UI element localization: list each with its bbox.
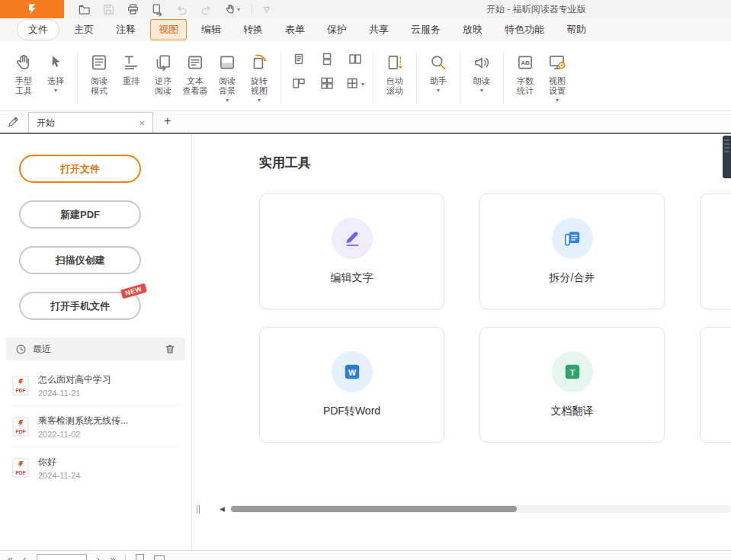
tab-home[interactable]: 主页 [66, 20, 101, 40]
tab-help[interactable]: 帮助 [559, 20, 594, 40]
app-logo[interactable] [0, 0, 64, 18]
ribbon-tool-word-count[interactable]: AB 字数 统计 [509, 49, 541, 96]
recent-file-item[interactable]: PDF 怎么面对高中学习 2024-11-21 [12, 365, 179, 406]
last-page-button[interactable]: » [110, 554, 115, 560]
open-file-button[interactable]: 打开文件 [19, 155, 141, 183]
scrollbar-thumb[interactable] [231, 506, 517, 512]
scroll-left-arrow[interactable]: ◀ [220, 505, 225, 513]
view-settings-gear-icon [547, 49, 567, 76]
open-mobile-file-button[interactable]: 打开手机文件 NEW [19, 292, 141, 320]
svg-text:PDF: PDF [16, 428, 26, 434]
tab-file[interactable]: 文件 [17, 19, 59, 40]
titlebar: ▾ ▽ 开始 - 福昕阅读器专业版 [0, 0, 731, 18]
word-document-icon: W [342, 362, 362, 382]
start-sidebar: 打开文件 新建PDF 扫描仪创建 打开手机文件 NEW 最近 PDF 怎么面对高… [0, 134, 192, 550]
read-mode-icon [89, 49, 109, 76]
ribbon-tool-rotate-view[interactable]: 旋转 视图▾ [243, 49, 275, 104]
recent-file-item[interactable]: PDF 你好 2024-11-24 [12, 447, 179, 488]
button-label: 打开文件 [60, 162, 100, 176]
hand-tool-icon [14, 49, 34, 76]
tool-card-split-merge[interactable]: 拆分/合并 [479, 194, 665, 309]
tab-slideshow[interactable]: 放映 [455, 20, 490, 40]
prev-page-button[interactable]: ‹ [23, 554, 26, 560]
customize-toolbar-icon[interactable]: ▽ [264, 5, 270, 14]
tool-card-label: 编辑文字 [331, 271, 374, 285]
scanner-create-button[interactable]: 扫描仪创建 [19, 246, 141, 274]
fit-page-icon[interactable] [136, 554, 144, 560]
tool-card-partial[interactable] [700, 194, 731, 309]
recent-file-list: PDF 怎么面对高中学习 2024-11-21 PDF 乘客检测系统无线传...… [0, 365, 191, 488]
print-icon[interactable] [127, 3, 139, 16]
tab-cloud[interactable]: 云服务 [403, 20, 448, 40]
ribbon-toolbar: 手型 工具 选择 ▾ 阅读 模式 重排 逆序 阅读 文本 查看器 [0, 41, 731, 111]
clear-recent-trash-icon[interactable] [164, 343, 176, 355]
tab-featured[interactable]: 特色功能 [497, 20, 552, 40]
page-single-icon[interactable] [290, 50, 308, 69]
close-tab-icon[interactable]: × [139, 117, 145, 129]
ribbon-tool-reverse-read[interactable]: 逆序 阅读 [147, 49, 179, 96]
page-display-dropdown[interactable]: ▾ [346, 75, 364, 93]
tab-share[interactable]: 共享 [361, 20, 396, 40]
ribbon-tool-reflow[interactable]: 重排 [115, 49, 147, 86]
page-continuous-icon[interactable] [318, 50, 336, 69]
ribbon-tool-assistant[interactable]: 助手 ▾ [422, 49, 454, 94]
new-pdf-button[interactable]: 新建PDF [19, 200, 141, 229]
doc-tab-start[interactable]: 开始 × [28, 112, 153, 133]
recent-label: 最近 [33, 343, 51, 356]
recent-file-item[interactable]: PDF 乘客检测系统无线传... 2022-11-02 [12, 406, 179, 447]
word-count-icon: AB [515, 49, 535, 76]
chevron-down-icon: ▾ [361, 80, 364, 88]
chevron-down-icon: ▾ [54, 86, 57, 94]
save-icon[interactable] [102, 3, 115, 16]
tab-convert[interactable]: 转换 [236, 20, 271, 40]
ribbon-tool-view-settings[interactable]: 视图 设置▾ [541, 49, 573, 104]
ribbon-group-divider [373, 50, 374, 104]
page-cover-facing-icon[interactable] [290, 75, 308, 93]
chevron-down-icon: ▾ [226, 96, 229, 104]
tool-card-edit-text[interactable]: 编辑文字 [259, 194, 444, 309]
open-file-icon[interactable] [78, 3, 91, 16]
splitter-grip[interactable] [197, 505, 200, 514]
assistant-magnifier-icon [428, 49, 448, 76]
tab-protect[interactable]: 保护 [319, 20, 354, 40]
chevron-down-icon: ▾ [437, 86, 440, 94]
hand-tool-quick-icon[interactable]: ▾ [224, 3, 240, 15]
tab-form[interactable]: 表单 [277, 20, 313, 40]
page-continuous-facing-icon[interactable] [318, 75, 336, 93]
ribbon-tool-select[interactable]: 选择 ▾ [40, 49, 72, 94]
collapsed-panel-handle[interactable] [723, 136, 731, 178]
foxit-fox-icon [25, 2, 39, 16]
redo-icon[interactable] [200, 3, 213, 16]
ribbon-tool-auto-scroll[interactable]: 自动 滚动 [379, 49, 411, 96]
ribbon-tool-read-aloud[interactable]: 朗读 ▾ [466, 49, 498, 94]
tool-card-partial[interactable] [700, 327, 731, 443]
tool-card-translate[interactable]: T 文档翻译 [479, 327, 665, 443]
ribbon-tool-text-viewer[interactable]: 文本 查看器 [179, 49, 211, 96]
first-page-button[interactable]: « [8, 554, 13, 560]
tool-card-pdf-to-word[interactable]: W PDF转Word [259, 327, 444, 443]
new-tab-button[interactable]: + [164, 110, 171, 133]
scrollbar-track[interactable] [229, 505, 731, 513]
reflow-icon [121, 49, 141, 76]
undo-icon[interactable] [175, 3, 188, 16]
svg-text:W: W [348, 368, 356, 377]
horizontal-scrollbar: ◀ [197, 504, 731, 514]
tab-edit[interactable]: 编辑 [194, 20, 229, 40]
annotate-pencil-icon[interactable] [6, 110, 21, 133]
page-facing-icon[interactable] [346, 50, 364, 69]
chevron-down-icon: ▾ [480, 86, 483, 94]
ribbon-tool-label: 阅读 背景 [219, 76, 236, 96]
ribbon-tool-reading-background[interactable]: 阅读 背景▾ [211, 49, 243, 104]
next-page-button[interactable]: › [97, 554, 100, 560]
ribbon-group-divider [77, 50, 78, 104]
tab-comment[interactable]: 注释 [108, 20, 143, 40]
tool-card-label: 拆分/合并 [550, 271, 595, 285]
fit-width-icon[interactable] [154, 555, 165, 560]
tab-view[interactable]: 视图 [150, 19, 187, 40]
recent-file-name: 怎么面对高中学习 [38, 373, 111, 386]
export-icon[interactable] [151, 3, 164, 16]
ribbon-tool-read-mode[interactable]: 阅读 模式 [83, 49, 115, 96]
ribbon-tool-hand[interactable]: 手型 工具 [8, 49, 40, 96]
svg-text:PDF: PDF [16, 387, 26, 392]
page-number-input[interactable] [37, 554, 87, 560]
